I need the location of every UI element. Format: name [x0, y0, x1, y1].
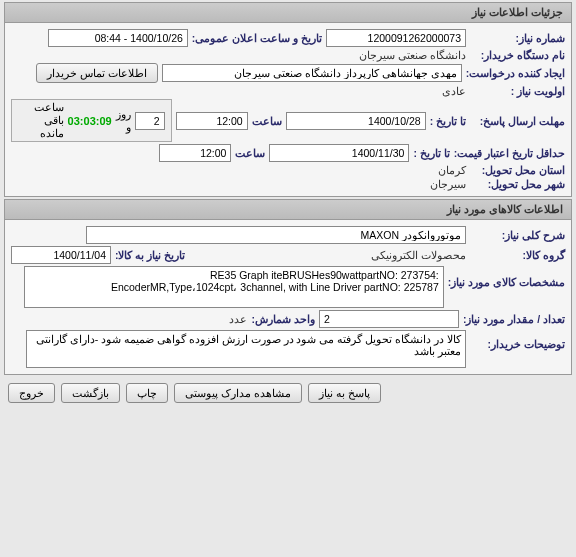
buyer-label: نام دستگاه خریدار:: [470, 49, 565, 61]
need-date-label: تاریخ نیاز به کالا:: [115, 249, 185, 261]
panel2-body: شرح کلی نیاز: گروه کالا: محصولات الکترون…: [5, 220, 571, 374]
reply-need-button[interactable]: پاسخ به نیاز: [308, 383, 381, 403]
remain-suffix: ساعت باقی مانده: [18, 101, 64, 140]
price-valid-time-field[interactable]: [159, 144, 231, 162]
deadline-label: مهلت ارسال پاسخ:: [470, 115, 565, 127]
remain-time: 03:03:09: [68, 115, 112, 127]
view-attachments-button[interactable]: مشاهده مدارک پیوستی: [174, 383, 302, 403]
priority-label: اولویت نیاز :: [470, 85, 565, 97]
province-label: استان محل تحویل:: [470, 164, 565, 176]
city-value: سیرجان: [430, 178, 466, 190]
unit-label: واحد شمارش:: [251, 313, 314, 325]
panel1-title: جزئیات اطلاعات نیاز: [5, 3, 571, 23]
need-no-field[interactable]: [326, 29, 466, 47]
contact-buyer-button[interactable]: اطلاعات تماس خریدار: [36, 63, 158, 83]
notes-label: توضیحات خریدار:: [470, 330, 565, 350]
creator-field[interactable]: [162, 64, 462, 82]
announce-field[interactable]: [48, 29, 188, 47]
province-value: کرمان: [438, 164, 466, 176]
notes-field[interactable]: [26, 330, 466, 368]
back-button[interactable]: بازگشت: [61, 383, 120, 403]
group-value: محصولات الکترونیکی: [371, 249, 466, 261]
footer-toolbar: خروج بازگشت چاپ مشاهده مدارک پیوستی پاسخ…: [0, 377, 576, 409]
need-no-label: شماره نیاز:: [470, 32, 565, 44]
remain-days-field: [135, 112, 165, 130]
to-date-label-2: تا تاریخ :: [413, 147, 449, 159]
price-valid-date-field[interactable]: [269, 144, 409, 162]
time-label-1: ساعت: [252, 115, 282, 127]
price-valid-label: حداقل تاریخ اعتبار قیمت:: [454, 147, 565, 159]
announce-label: تاریخ و ساعت اعلان عمومی:: [192, 32, 322, 44]
print-button[interactable]: چاپ: [126, 383, 168, 403]
remaining-box: روز و 03:03:09 ساعت باقی مانده: [11, 99, 172, 142]
buyer-value: دانشگاه صنعتی سیرجان: [359, 49, 466, 61]
spec-label: مشخصات کالای مورد نیاز:: [448, 266, 565, 288]
panel2-title: اطلاعات کالاهای مورد نیاز: [5, 200, 571, 220]
exit-button[interactable]: خروج: [8, 383, 55, 403]
need-details-panel: جزئیات اطلاعات نیاز شماره نیاز: تاریخ و …: [4, 2, 572, 197]
spec-field[interactable]: [24, 266, 444, 308]
time-label-2: ساعت: [235, 147, 265, 159]
deadline-time-field[interactable]: [176, 112, 248, 130]
desc-label: شرح کلی نیاز:: [470, 229, 565, 241]
creator-label: ایجاد کننده درخواست:: [466, 67, 565, 79]
unit-value: عدد: [229, 313, 247, 325]
panel1-body: شماره نیاز: تاریخ و ساعت اعلان عمومی: نا…: [5, 23, 571, 196]
remain-days-label: روز و: [116, 108, 131, 134]
qty-label: تعداد / مقدار مورد نیاز:: [463, 313, 565, 325]
group-label: گروه کالا:: [470, 249, 565, 261]
to-date-label-1: تا تاریخ :: [430, 115, 466, 127]
priority-value: عادی: [442, 85, 466, 97]
goods-info-panel: اطلاعات کالاهای مورد نیاز شرح کلی نیاز: …: [4, 199, 572, 375]
city-label: شهر محل تحویل:: [470, 178, 565, 190]
deadline-date-field[interactable]: [286, 112, 426, 130]
qty-field[interactable]: [319, 310, 459, 328]
need-date-field[interactable]: [11, 246, 111, 264]
desc-field[interactable]: [86, 226, 466, 244]
